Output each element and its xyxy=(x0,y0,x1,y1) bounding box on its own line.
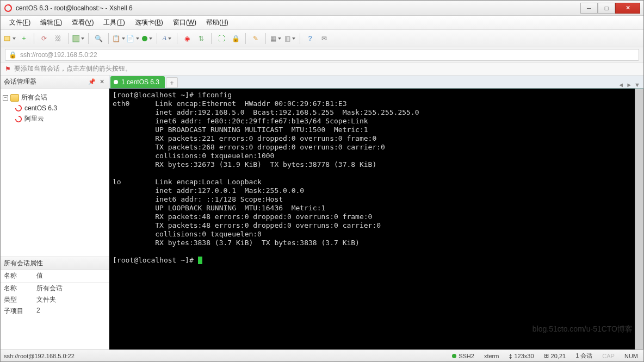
hint-bar: ⚑ 要添加当前会话，点击左侧的箭头按钮。 xyxy=(1,63,643,76)
session-icon xyxy=(15,104,22,112)
tab-label: 1 centOS 6.3 xyxy=(121,78,159,86)
property-row: 类型文件夹 xyxy=(1,294,109,305)
terminal-scrollbar-thumb[interactable] xyxy=(635,89,643,349)
sidebar-title-bar: 会话管理器 📌 ✕ xyxy=(1,76,109,89)
prop-value: 文件夹 xyxy=(36,295,56,304)
properties-button[interactable] xyxy=(72,33,84,45)
app-icon xyxy=(4,4,13,13)
cursor xyxy=(198,257,202,264)
status-bar: ssh://root@192.168.5.0:22 SSH2 xterm ‡ 1… xyxy=(1,349,643,361)
menu-f[interactable]: 文件(F) xyxy=(5,16,35,29)
collapse-icon[interactable]: − xyxy=(3,95,8,101)
menu-t[interactable]: 工具(T) xyxy=(99,16,129,29)
sidebar-title: 会话管理器 xyxy=(4,77,36,86)
copy-button[interactable]: 📋 xyxy=(113,33,125,45)
status-num: NUM xyxy=(622,353,640,359)
flag-icon: ⚑ xyxy=(5,65,11,73)
new-session-button[interactable] xyxy=(4,33,16,45)
toolbar: ＋ ⟳ ⛓ 🔍 📋 📄 A ◉ ⇅ ⛶ 🔒 ✎ ▦ ▥ ? ✉ xyxy=(1,30,643,47)
split-button[interactable]: ▥ xyxy=(284,33,296,45)
terminal[interactable]: [root@localhost ~]# ifconfig eth0 Link e… xyxy=(109,89,643,349)
window-title: centOS 6.3 - root@localhost:~ - Xshell 6 xyxy=(16,4,580,12)
fullscreen-button[interactable]: ⛶ xyxy=(215,33,227,45)
tab-active[interactable]: 1 centOS 6.3 xyxy=(110,76,165,88)
tree-root[interactable]: − 所有会话 xyxy=(3,92,107,103)
watermark: blog.51cto.com/u-51CTO博客 xyxy=(532,324,633,333)
menu-b[interactable]: 选项卡(B) xyxy=(131,16,168,29)
minimize-button[interactable]: ─ xyxy=(580,3,598,14)
reconnect-button[interactable]: ⟳ xyxy=(38,33,50,45)
prop-key: 子项目 xyxy=(4,307,36,316)
xftp-button[interactable]: ⇅ xyxy=(195,33,207,45)
session-tree: − 所有会话 centOS 6.3阿里云 xyxy=(1,89,109,257)
xagent-button[interactable]: ◉ xyxy=(181,33,193,45)
add-button[interactable]: ＋ xyxy=(18,33,30,45)
status-sessions: 1 会话 xyxy=(573,352,595,360)
tab-nav: ◄ ► ▼ xyxy=(618,82,643,88)
property-row: 名称所有会话 xyxy=(1,283,109,294)
menubar: 文件(F)编辑(E)查看(V)工具(T)选项卡(B)窗口(W)帮助(H) xyxy=(1,16,643,30)
app-window: centOS 6.3 - root@localhost:~ - Xshell 6… xyxy=(0,0,644,362)
search-button[interactable]: 🔍 xyxy=(92,33,104,45)
pin-icon[interactable]: 📌 xyxy=(88,78,96,86)
window-controls: ─ □ ✕ xyxy=(580,3,640,14)
help-button[interactable]: ? xyxy=(304,33,316,45)
menu-w[interactable]: 窗口(W) xyxy=(169,16,201,29)
prop-key: 类型 xyxy=(4,295,36,304)
prop-value: 所有会话 xyxy=(36,284,63,293)
properties-title: 所有会话属性 xyxy=(4,259,43,268)
address-input[interactable]: 🔒 ssh://root@192.168.5.0:22 xyxy=(5,49,639,61)
terminal-scrollbar[interactable] xyxy=(635,89,643,349)
highlight-button[interactable]: ✎ xyxy=(250,33,262,45)
terminal-output: [root@localhost ~]# ifconfig eth0 Link e… xyxy=(113,91,640,265)
status-term: xterm xyxy=(482,353,501,359)
address-value: ssh://root@192.168.5.0:22 xyxy=(20,51,97,59)
tab-next-icon[interactable]: ► xyxy=(626,82,632,88)
maximize-button[interactable]: □ xyxy=(598,3,615,14)
compose-button[interactable]: ✉ xyxy=(318,33,330,45)
tree-node[interactable]: 阿里云 xyxy=(3,113,107,124)
tree-root-label: 所有会话 xyxy=(21,93,47,102)
tab-prev-icon[interactable]: ◄ xyxy=(618,82,624,88)
address-bar: 🔒 ssh://root@192.168.5.0:22 xyxy=(1,47,643,63)
properties-header: 名称 值 xyxy=(1,270,109,283)
prop-header-name: 名称 xyxy=(4,271,36,280)
color-button[interactable] xyxy=(141,33,153,45)
font-button[interactable]: A xyxy=(161,33,173,45)
property-row: 子项目2 xyxy=(1,305,109,317)
status-address: ssh://root@192.168.5.0:22 xyxy=(4,353,75,359)
sidebar: 会话管理器 📌 ✕ − 所有会话 centOS 6.3阿里云 所有会话属性 名称 xyxy=(1,76,109,349)
lock-icon: 🔒 xyxy=(9,51,17,59)
hint-text: 要添加当前会话，点击左侧的箭头按钮。 xyxy=(14,64,132,73)
menu-h[interactable]: 帮助(H) xyxy=(202,16,233,29)
status-ssh: SSH2 xyxy=(450,353,476,359)
body: 会话管理器 📌 ✕ − 所有会话 centOS 6.3阿里云 所有会话属性 名称 xyxy=(1,76,643,349)
tree-node[interactable]: centOS 6.3 xyxy=(3,103,107,113)
status-cap: CAP xyxy=(600,353,617,359)
close-button[interactable]: ✕ xyxy=(615,3,640,14)
tab-strip: 1 centOS 6.3 ＋ ◄ ► ▼ xyxy=(109,76,643,89)
svg-rect-2 xyxy=(73,35,79,42)
disconnect-button[interactable]: ⛓ xyxy=(52,33,64,45)
main-area: 1 centOS 6.3 ＋ ◄ ► ▼ [root@localhost ~]#… xyxy=(109,76,643,349)
layout-button[interactable]: ▦ xyxy=(270,33,282,45)
svg-rect-1 xyxy=(4,36,10,41)
status-pos: ⊞ 20,21 xyxy=(542,352,568,359)
tab-add-button[interactable]: ＋ xyxy=(166,77,178,88)
session-icon xyxy=(15,115,22,123)
menu-e[interactable]: 编辑(E) xyxy=(36,16,66,29)
properties-title-bar: 所有会话属性 xyxy=(1,257,109,270)
tab-menu-icon[interactable]: ▼ xyxy=(634,82,640,88)
sidebar-close-icon[interactable]: ✕ xyxy=(98,78,106,86)
folder-icon xyxy=(10,94,19,102)
lock-button[interactable]: 🔒 xyxy=(230,33,242,45)
prop-key: 名称 xyxy=(4,284,36,293)
tree-node-label: 阿里云 xyxy=(24,114,44,123)
status-dot-icon xyxy=(452,354,456,358)
prop-value: 2 xyxy=(36,307,40,316)
menu-v[interactable]: 查看(V) xyxy=(67,16,98,29)
titlebar[interactable]: centOS 6.3 - root@localhost:~ - Xshell 6… xyxy=(1,1,643,16)
paste-button[interactable]: 📄 xyxy=(127,33,139,45)
prop-header-value: 值 xyxy=(36,271,43,280)
tab-status-icon xyxy=(114,80,118,84)
